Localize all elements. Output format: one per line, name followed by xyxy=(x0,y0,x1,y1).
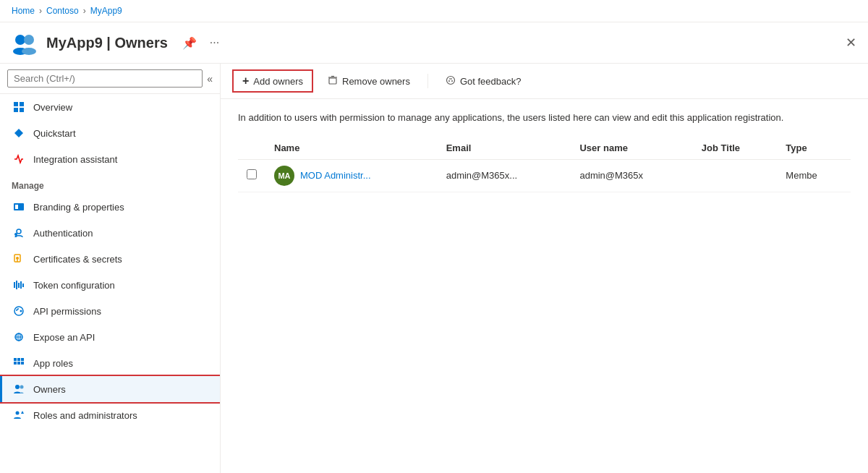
sidebar-item-overview[interactable]: Overview xyxy=(0,94,220,120)
row-checkbox-cell xyxy=(238,159,265,192)
pin-icon[interactable]: 📌 xyxy=(179,33,200,53)
app-roles-icon xyxy=(12,356,26,370)
svg-point-32 xyxy=(15,385,20,389)
svg-point-42 xyxy=(451,80,453,82)
sidebar-item-quickstart-label: Quickstart xyxy=(33,128,76,139)
row-type-cell: Membe xyxy=(777,159,851,192)
svg-rect-36 xyxy=(329,78,336,84)
row-username-cell: admin@M365x xyxy=(571,159,692,192)
sidebar-item-app-roles[interactable]: App roles xyxy=(0,350,220,376)
authentication-icon xyxy=(12,226,26,240)
manage-group-label: Manage xyxy=(0,172,220,194)
svg-point-33 xyxy=(20,385,24,389)
remove-owners-label: Remove owners xyxy=(342,76,410,87)
collapse-button[interactable]: « xyxy=(207,73,213,85)
sidebar-item-integration[interactable]: Integration assistant xyxy=(0,146,220,172)
svg-rect-18 xyxy=(16,281,17,289)
sidebar-item-overview-label: Overview xyxy=(33,102,72,113)
feedback-button[interactable]: Got feedback? xyxy=(437,72,530,91)
toolbar-divider xyxy=(427,74,428,88)
feedback-label: Got feedback? xyxy=(460,76,522,87)
app-icon xyxy=(12,30,38,56)
quickstart-icon xyxy=(12,126,26,140)
add-owners-label: Add owners xyxy=(253,76,303,87)
sidebar-item-api-permissions-label: API permissions xyxy=(33,306,101,317)
svg-point-1 xyxy=(24,35,34,45)
svg-rect-30 xyxy=(17,362,20,365)
owners-table: Name Email User name Job Title Type MA M… xyxy=(238,137,851,192)
certificates-icon xyxy=(12,252,26,266)
sidebar-item-quickstart[interactable]: Quickstart xyxy=(0,120,220,146)
header-actions: 📌 ··· xyxy=(179,33,222,53)
content-area: + Add owners Remove owners Got feedback?… xyxy=(221,64,868,473)
row-name-cell: MA MOD Administr... xyxy=(265,159,438,192)
sidebar: « Overview Quickstart Integration assist… xyxy=(0,64,221,473)
svg-rect-26 xyxy=(14,358,17,361)
table-container: Name Email User name Job Title Type MA M… xyxy=(221,137,868,192)
sidebar-item-authentication[interactable]: Authentication xyxy=(0,220,220,246)
row-checkbox[interactable] xyxy=(247,169,257,179)
svg-rect-5 xyxy=(20,102,24,106)
sidebar-item-token-label: Token configuration xyxy=(33,280,115,291)
sidebar-item-authentication-label: Authentication xyxy=(33,228,93,239)
sidebar-item-integration-label: Integration assistant xyxy=(33,154,117,165)
sidebar-item-expose-api[interactable]: Expose an API xyxy=(0,324,220,350)
breadcrumb-sep2: › xyxy=(83,6,86,16)
svg-point-39 xyxy=(446,76,454,84)
more-icon[interactable]: ··· xyxy=(207,33,222,52)
svg-point-11 xyxy=(14,233,17,236)
col-jobtitle: Job Title xyxy=(693,137,778,160)
sidebar-item-certificates[interactable]: Certificates & secrets xyxy=(0,246,220,272)
table-header-row: Name Email User name Job Title Type xyxy=(238,137,851,160)
breadcrumb-contoso[interactable]: Contoso xyxy=(46,6,79,16)
svg-rect-31 xyxy=(21,362,24,365)
svg-rect-6 xyxy=(14,108,18,112)
expose-api-icon xyxy=(12,330,26,344)
svg-point-23 xyxy=(20,310,22,312)
row-email-cell: admin@M365x... xyxy=(438,159,571,192)
svg-point-34 xyxy=(16,412,20,415)
branding-icon xyxy=(12,200,26,214)
sidebar-item-roles-admin[interactable]: Roles and administrators xyxy=(0,402,220,428)
add-owners-button[interactable]: + Add owners xyxy=(232,69,313,93)
breadcrumb: Home › Contoso › MyApp9 xyxy=(0,0,868,22)
breadcrumb-sep1: › xyxy=(39,6,42,16)
breadcrumb-myapp[interactable]: MyApp9 xyxy=(90,6,122,16)
sidebar-item-app-roles-label: App roles xyxy=(33,358,73,369)
remove-owners-button[interactable]: Remove owners xyxy=(319,72,419,91)
main-layout: « Overview Quickstart Integration assist… xyxy=(0,64,868,473)
user-name-link[interactable]: MOD Administr... xyxy=(300,170,371,181)
search-input[interactable] xyxy=(7,69,203,88)
svg-rect-27 xyxy=(17,358,20,361)
svg-rect-19 xyxy=(18,283,20,288)
svg-rect-20 xyxy=(20,281,22,289)
sidebar-item-roles-admin-label: Roles and administrators xyxy=(33,410,137,421)
sidebar-item-owners-label: Owners xyxy=(33,384,66,395)
col-name: Name xyxy=(265,137,438,160)
svg-rect-9 xyxy=(15,205,18,209)
breadcrumb-home[interactable]: Home xyxy=(12,6,35,16)
page-title: MyApp9 | Owners xyxy=(46,35,168,51)
svg-rect-17 xyxy=(14,282,15,288)
svg-point-41 xyxy=(448,80,450,82)
sidebar-item-api-permissions[interactable]: API permissions xyxy=(0,298,220,324)
sidebar-item-branding[interactable]: Branding & properties xyxy=(0,194,220,220)
description-text: In addition to users with permission to … xyxy=(238,112,783,123)
api-permissions-icon xyxy=(12,304,26,318)
sidebar-item-owners[interactable]: Owners xyxy=(0,376,220,402)
sidebar-item-branding-label: Branding & properties xyxy=(33,202,124,213)
svg-point-15 xyxy=(16,257,19,260)
close-button[interactable]: ✕ xyxy=(846,35,856,51)
svg-point-10 xyxy=(17,229,21,234)
svg-point-0 xyxy=(15,35,25,45)
svg-point-3 xyxy=(22,48,36,55)
svg-rect-7 xyxy=(20,108,24,112)
add-icon: + xyxy=(242,74,249,88)
svg-rect-29 xyxy=(14,362,17,365)
search-bar: « xyxy=(0,64,220,94)
sidebar-item-token[interactable]: Token configuration xyxy=(0,272,220,298)
page-header: MyApp9 | Owners 📌 ··· ✕ xyxy=(0,22,868,64)
table-row[interactable]: MA MOD Administr... admin@M365x... admin… xyxy=(238,159,851,192)
svg-rect-28 xyxy=(21,358,24,361)
col-checkbox xyxy=(238,137,265,160)
